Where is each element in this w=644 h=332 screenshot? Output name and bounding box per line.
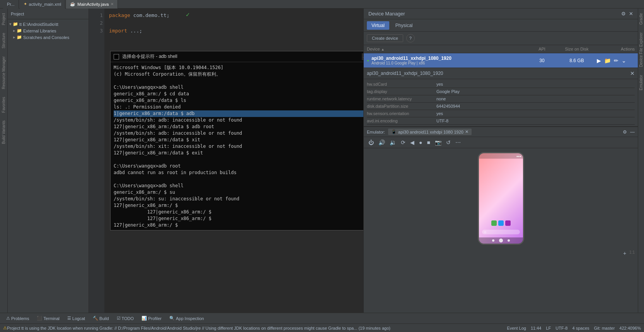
detail-key-4: hw.sensors.orientation [367, 111, 436, 116]
emulator-add-icon[interactable]: + [623, 250, 626, 256]
device-details-close-btn[interactable]: ✕ [630, 70, 635, 76]
scratches-folder-icon: 📁 [17, 35, 22, 40]
bottom-tab-problems[interactable]: ⚠ Problems [3, 315, 32, 322]
emu-vol-up-btn[interactable]: 🔊 [377, 139, 387, 146]
todo-icon: ☑ [117, 316, 121, 321]
tree-item-external-libs[interactable]: ▸ 📁 External Libraries [8, 27, 89, 34]
tab-activity-xml[interactable]: ✦ activity_main.xml [20, 0, 66, 8]
left-tab-build-variants[interactable]: Build Variants [1, 119, 7, 146]
build-label: Build [99, 316, 109, 321]
bottom-tab-profiler[interactable]: 📊 Profiler [138, 315, 165, 322]
tree-item-label: tt E:\AndroidStudio\tt [19, 22, 58, 27]
device-size: 8.6 GB [557, 58, 596, 63]
left-tab-resource-manager[interactable]: Resource Manager [1, 55, 7, 91]
bottom-tab-terminal[interactable]: ⬛ Terminal [34, 315, 63, 322]
left-tab-project[interactable]: Project [1, 12, 7, 27]
dm-table-header: Device ▲ API Size on Disk Actions [364, 45, 638, 53]
left-tab-structure[interactable]: Structure [1, 31, 7, 50]
sidebar-tree: ▾ 📁 tt E:\AndroidStudio\tt ▸ 📁 External … [8, 19, 89, 313]
status-spaces[interactable]: 4 spaces [572, 326, 589, 330]
phone-frame: ●●● G [478, 152, 524, 245]
emu-rotate-btn[interactable]: ⟳ [399, 139, 407, 146]
tree-item-root[interactable]: ▾ 📁 tt E:\AndroidStudio\tt [8, 21, 89, 27]
bottom-tab-app-inspection[interactable]: 🔍 App Inspection [166, 315, 207, 322]
bottom-tab-todo[interactable]: ☑ TODO [114, 315, 137, 322]
emu-power-btn[interactable]: ⏻ [367, 139, 375, 146]
device-details-title: api30_android11_xxhdpi_1080_1920 [367, 71, 630, 76]
emu-home-btn[interactable]: ● [417, 139, 424, 146]
detail-key-3: disk.dataPartition.size [367, 104, 436, 108]
cmd-line-20: 127|generic_x86_arm:/ $ [114, 215, 363, 222]
dm-tab-physical[interactable]: Physical [391, 21, 417, 30]
tree-expand-icon3: ▸ [13, 35, 15, 40]
emulator-section: Emulator: 📱 api30 android11 xxhdpi 1080 … [364, 126, 638, 258]
emulator-tag-close-icon[interactable]: ✕ [465, 129, 469, 134]
dm-settings-icon[interactable]: ⚙ [621, 11, 626, 17]
device-play-btn[interactable]: ▶ [596, 57, 602, 64]
dm-header-right: ⚙ ✕ [621, 11, 633, 17]
device-active-dot: ● [367, 58, 369, 63]
detail-row-2: runtime.network.latency none [367, 95, 635, 103]
right-tab-device-file-explorer[interactable]: Device File Explorer [638, 31, 644, 68]
device-api: 30 [526, 58, 557, 63]
phone-time: ●●● [516, 155, 521, 158]
emu-undo-btn[interactable]: ↺ [445, 139, 452, 146]
detail-val-2: none [436, 97, 446, 101]
status-lf[interactable]: LF [546, 326, 551, 330]
tab-mainactivity-java[interactable]: ☕ MainActivity.java ✕ [66, 0, 118, 8]
tree-expand-icon2: ▸ [13, 28, 15, 33]
nav-back-btn[interactable] [492, 239, 494, 242]
emu-screenshot-btn[interactable]: 📷 [433, 139, 443, 146]
device-folder-btn[interactable]: 📁 [603, 57, 612, 64]
detail-row-0: hw.sdCard yes [367, 81, 635, 88]
cmd-line-11: /system/bin/sh: xit: inaccessible or not… [114, 143, 363, 150]
event-log-label[interactable]: Event Log [507, 326, 526, 330]
nav-home-btn[interactable] [499, 239, 503, 242]
nav-recents-btn[interactable] [508, 239, 510, 242]
dm-help-btn[interactable]: ? [406, 34, 415, 42]
emulator-bottom-info: + 1:1 [364, 249, 638, 258]
tree-item-scratches[interactable]: ▸ 📁 Scratches and Consoles [8, 34, 89, 41]
device-row-0[interactable]: ● api30_android11_xxhdpi_1080_1920 Andro… [364, 53, 638, 68]
folder-icon: 📁 [13, 22, 18, 27]
right-tab-emulator[interactable]: Emulator [638, 73, 644, 92]
cmd-body[interactable]: Microsoft Windows [版本 10.0.19044.1526] (… [111, 62, 363, 230]
dm-header: Device Manager ⚙ ✕ [364, 8, 638, 19]
code-line-1: package com.demo.tt; [109, 12, 359, 19]
close-tab-icon[interactable]: ✕ [111, 2, 114, 6]
emu-back-btn[interactable]: ◀ [409, 139, 416, 146]
title-bar: Pr... ✦ activity_main.xml ☕ MainActivity… [0, 0, 644, 8]
terminal-label: Terminal [43, 316, 60, 321]
phone-search-bar[interactable]: G [482, 230, 520, 234]
emulator-header: Emulator: 📱 api30 android11 xxhdpi 1080 … [364, 127, 638, 137]
dm-close-icon[interactable]: ✕ [629, 11, 633, 17]
emulator-settings-icon[interactable]: ⚙ [623, 129, 627, 135]
status-git[interactable]: Git: master [594, 326, 615, 330]
device-edit-btn[interactable]: ✏ [613, 57, 619, 64]
package-name: com.demo.tt; [133, 12, 170, 18]
phone-status-bar: ●●● [479, 153, 523, 159]
left-tab-favorites[interactable]: Favorites [1, 95, 7, 114]
emu-vol-down-btn[interactable]: 🔉 [388, 139, 398, 146]
dm-tab-virtual[interactable]: Virtual [367, 21, 389, 30]
right-tab-gradle[interactable]: Gradle [638, 12, 644, 26]
app-icon-2 [498, 220, 504, 226]
bottom-tab-build[interactable]: 🔨 Build [90, 315, 112, 322]
tab-project[interactable]: Pr... [3, 0, 19, 8]
emu-more-btn[interactable]: ⋯ [454, 139, 462, 146]
dm-create-row: Create device ? [364, 32, 638, 45]
line-numbers: 1 2 3 [89, 8, 104, 313]
emulator-device-tag[interactable]: 📱 api30 android11 xxhdpi 1080 1920 ✕ [388, 129, 472, 135]
status-encoding[interactable]: UTF-8 [555, 326, 567, 330]
cmd-line-21: 127|generic_x86_arm:/ $ [114, 222, 363, 229]
emulator-minimize-icon[interactable]: — [630, 129, 635, 135]
device-details-table: hw.sdCard yes tag.display Google Play ru… [364, 79, 638, 126]
detail-key-2: runtime.network.latency [367, 97, 436, 101]
device-name: api30_android11_xxhdpi_1080_1920 [371, 56, 526, 61]
emu-menu-btn[interactable]: ■ [425, 139, 431, 146]
device-more-btn[interactable]: ⌄ [621, 57, 627, 64]
bottom-tab-logcat[interactable]: ☰ Logcat [64, 315, 88, 322]
app-icon-3 [505, 220, 511, 226]
cmd-minimize-btn[interactable]: — [362, 53, 363, 60]
dm-create-device-btn[interactable]: Create device [367, 34, 403, 42]
